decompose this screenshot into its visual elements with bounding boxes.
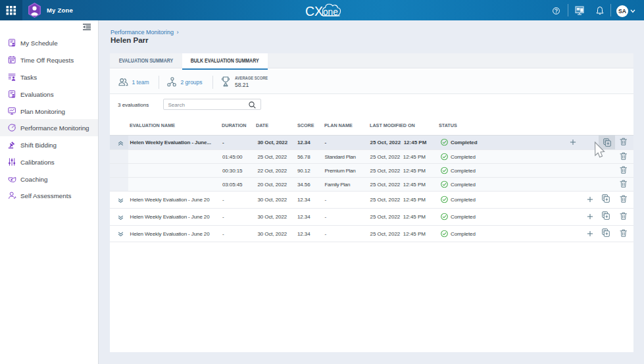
- svg-text:CX: CX: [305, 4, 323, 18]
- svg-text:one: one: [322, 7, 337, 17]
